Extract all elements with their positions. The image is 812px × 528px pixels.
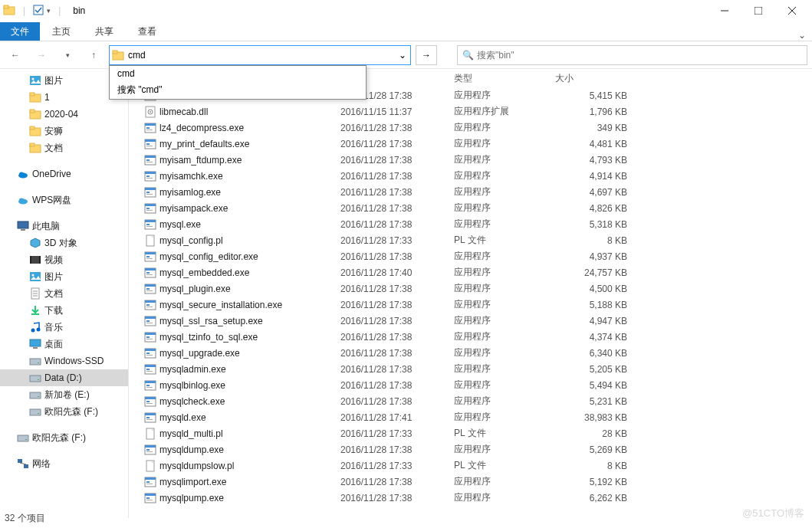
file-row[interactable]: mysql_tzinfo_to_sql.exe2016/11/28 17:38应… <box>129 329 812 345</box>
tab-home[interactable]: 主页 <box>40 22 83 41</box>
svg-rect-70 <box>146 162 153 162</box>
exe-icon <box>144 154 158 166</box>
file-row[interactable]: mysqlbinlog.exe2016/11/28 17:38应用程序5,494… <box>129 377 812 393</box>
docs-icon <box>29 287 41 300</box>
file-row[interactable]: mysql.exe2016/11/28 17:38应用程序5,318 KB <box>129 216 812 232</box>
file-date: 2016/11/28 17:40 <box>340 267 454 278</box>
address-bar[interactable]: ⌄ cmd 搜索 "cmd" <box>109 45 411 65</box>
svg-rect-129 <box>145 413 156 415</box>
ribbon-expand-icon[interactable]: ⌄ <box>792 30 812 41</box>
close-button[interactable] <box>775 0 809 21</box>
tree-item[interactable]: 2020-04 <box>0 106 128 123</box>
file-row[interactable]: mysql_config_editor.exe2016/11/28 17:38应… <box>129 248 812 264</box>
back-button[interactable]: ← <box>5 44 26 66</box>
up-button[interactable]: ↑ <box>83 44 104 66</box>
exe-icon <box>144 395 158 408</box>
file-row[interactable]: mysqlpump.exe2016/11/28 17:38应用程序6,262 K… <box>129 490 812 506</box>
file-row[interactable]: mysqldumpslow.pl2016/11/28 17:33PL 文件8 K… <box>129 457 812 474</box>
tree-item[interactable]: 下载 <box>0 302 128 319</box>
svg-rect-38 <box>33 347 38 349</box>
file-row[interactable]: mysqlcheck.exe2016/11/28 17:38应用程序5,231 … <box>129 393 812 409</box>
tree-item[interactable]: 文档 <box>0 139 128 156</box>
file-row[interactable]: mysqldump.exe2016/11/28 17:38应用程序5,269 K… <box>129 441 812 457</box>
tree-item[interactable]: Windows-SSD <box>0 353 128 369</box>
file-row[interactable]: myisamlog.exe2016/11/28 17:38应用程序4,697 K… <box>129 184 812 200</box>
file-row[interactable]: myisampack.exe2016/11/28 17:38应用程序4,826 … <box>129 200 812 216</box>
svg-rect-134 <box>145 445 156 448</box>
svg-rect-12 <box>30 93 35 96</box>
file-row[interactable]: mysql_config.pl2016/11/28 17:33PL 文件8 KB <box>129 232 812 248</box>
file-row[interactable]: myisamchk.exe2016/11/28 17:38应用程序4,914 K… <box>129 168 812 184</box>
column-size[interactable]: 大小 <box>555 72 635 85</box>
recent-button[interactable]: ▾ <box>57 44 78 66</box>
tree-item[interactable]: 欧阳先森 (F:) <box>0 403 128 420</box>
this-pc-item[interactable]: 此电脑 <box>0 218 128 234</box>
forward-button[interactable]: → <box>31 44 52 66</box>
file-row[interactable]: mysql_plugin.exe2016/11/28 17:38应用程序4,50… <box>129 280 812 297</box>
file-type: 应用程序 <box>454 153 555 166</box>
chevron-down-icon[interactable]: ▾ <box>47 7 51 15</box>
file-row[interactable]: mysqld.exe2016/11/28 17:41应用程序38,983 KB <box>129 409 812 425</box>
svg-point-35 <box>31 329 35 333</box>
file-name: mysql_upgrade.exe <box>159 348 240 359</box>
tab-view[interactable]: 查看 <box>126 22 169 41</box>
tree-item[interactable]: 3D 对象 <box>0 234 128 251</box>
svg-rect-39 <box>30 359 41 365</box>
wps-item[interactable]: WPS网盘 <box>0 192 128 208</box>
file-name: mysql_tzinfo_to_sql.exe <box>159 332 258 343</box>
column-type[interactable]: 类型 <box>454 72 555 85</box>
tab-share[interactable]: 共享 <box>83 22 126 41</box>
file-date: 2016/11/28 17:38 <box>340 477 454 487</box>
exe-icon <box>144 379 158 392</box>
file-row[interactable]: mysqlimport.exe2016/11/28 17:38应用程序5,192… <box>129 474 812 490</box>
file-row[interactable]: mysql_ssl_rsa_setup.exe2016/11/28 17:38应… <box>129 313 812 329</box>
file-size: 5,415 KB <box>555 90 635 101</box>
file-row[interactable]: mysql_embedded.exe2016/11/28 17:40应用程序24… <box>129 264 812 280</box>
search-icon: 🔍 <box>462 50 474 61</box>
file-date: 2016/11/28 17:38 <box>340 348 454 359</box>
tree-item[interactable]: 新加卷 (E:) <box>0 386 128 403</box>
file-name: mysql_config_editor.exe <box>159 251 258 262</box>
file-size: 4,500 KB <box>555 284 635 294</box>
search-box[interactable]: 🔍 <box>457 45 807 65</box>
file-name: mysql_ssl_rsa_setup.exe <box>159 316 263 326</box>
file-row[interactable]: libmecab.dll2016/11/15 11:37应用程序扩展1,796 … <box>129 103 812 120</box>
tree-item[interactable]: 文档 <box>0 285 128 302</box>
tree-item[interactable]: 桌面 <box>0 336 128 353</box>
suggestion-item[interactable]: cmd <box>110 66 366 81</box>
onedrive-item[interactable]: OneDrive <box>0 166 128 182</box>
file-row[interactable]: mysqladmin.exe2016/11/28 17:38应用程序5,205 … <box>129 361 812 377</box>
tree-item[interactable]: Data (D:) <box>0 369 128 386</box>
file-type: 应用程序 <box>454 395 555 408</box>
svg-rect-72 <box>145 172 156 174</box>
network-item[interactable]: 网络 <box>0 455 128 472</box>
svg-rect-68 <box>145 156 156 158</box>
file-type: 应用程序 <box>454 89 555 102</box>
file-row[interactable]: mysql_upgrade.exe2016/11/28 17:38应用程序6,3… <box>129 345 812 361</box>
file-row[interactable]: mysqld_multi.pl2016/11/28 17:33PL 文件28 K… <box>129 425 812 441</box>
file-row[interactable]: my_print_defaults.exe2016/11/28 17:38应用程… <box>129 136 812 152</box>
tree-item[interactable]: 图片 <box>0 268 128 285</box>
tree-item[interactable]: 视频 <box>0 251 128 268</box>
address-input[interactable] <box>127 50 393 61</box>
file-name: my_print_defaults.exe <box>159 139 249 149</box>
file-row[interactable]: myisam_ftdump.exe2016/11/28 17:38应用程序4,7… <box>129 152 812 168</box>
tree-item[interactable]: 音乐 <box>0 319 128 336</box>
file-row[interactable]: mysql_secure_installation.exe2016/11/28 … <box>129 297 812 313</box>
tree-item[interactable]: 安狮 <box>0 123 128 139</box>
file-date: 2016/11/28 17:33 <box>340 428 454 439</box>
svg-rect-86 <box>146 226 153 227</box>
suggestion-item[interactable]: 搜索 "cmd" <box>110 81 366 99</box>
qat-save-icon[interactable] <box>33 5 44 18</box>
address-dropdown-icon[interactable]: ⌄ <box>393 46 410 64</box>
go-button[interactable]: → <box>416 45 437 65</box>
file-date: 2016/11/28 17:38 <box>340 251 454 262</box>
ext-drive-item[interactable]: 欧阳先森 (F:) <box>0 429 128 446</box>
file-name: mysql_plugin.exe <box>159 284 231 294</box>
file-tab[interactable]: 文件 <box>0 22 40 41</box>
search-input[interactable] <box>477 50 802 61</box>
minimize-button[interactable] <box>708 0 741 21</box>
file-row[interactable]: lz4_decompress.exe2016/11/28 17:38应用程序34… <box>129 120 812 136</box>
svg-line-51 <box>20 463 26 464</box>
maximize-button[interactable] <box>741 0 775 21</box>
